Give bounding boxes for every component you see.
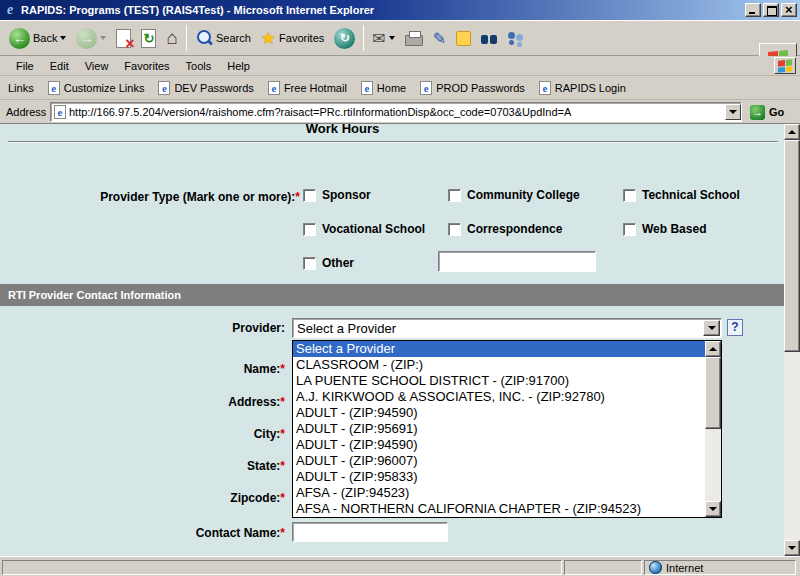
- scroll-up-button[interactable]: [705, 341, 721, 357]
- menu-favorites[interactable]: Favorites: [116, 58, 177, 74]
- sponsor-checkbox[interactable]: [303, 189, 316, 202]
- history-button[interactable]: [329, 23, 360, 53]
- community-college-checkbox[interactable]: [448, 189, 461, 202]
- ie-logo-icon: e: [3, 3, 17, 17]
- ie-page-icon: [361, 81, 373, 95]
- messenger-button[interactable]: [502, 23, 530, 53]
- provider-select-dropdown-button[interactable]: [703, 320, 720, 336]
- checkbox-label: Technical School: [642, 188, 740, 202]
- other-checkbox[interactable]: [303, 257, 316, 270]
- page-scrollbar[interactable]: [784, 124, 800, 556]
- home-button[interactable]: [161, 23, 182, 53]
- checkbox-technical-school[interactable]: Technical School: [623, 188, 740, 202]
- dropdown-option[interactable]: ADULT - (ZIP:94590): [293, 405, 721, 421]
- windows-flag-icon: [778, 59, 792, 72]
- correspondence-checkbox[interactable]: [448, 223, 461, 236]
- dropdown-option[interactable]: ADULT - (ZIP:94590): [293, 437, 721, 453]
- menu-view[interactable]: View: [77, 58, 117, 74]
- ie-page-icon: [268, 81, 280, 95]
- go-button[interactable]: Go: [746, 102, 796, 122]
- required-marker: *: [280, 491, 285, 505]
- label-text: Contact Name:: [196, 526, 281, 540]
- favorites-button[interactable]: Favorites: [256, 23, 330, 53]
- checkbox-web-based[interactable]: Web Based: [623, 222, 706, 236]
- dropdown-option[interactable]: LA PUENTE SCHOOL DISTRICT - (ZIP:91700): [293, 373, 721, 389]
- dropdown-option[interactable]: AFSA - (ZIP:94523): [293, 485, 721, 501]
- dropdown-option[interactable]: CLASSROOM - (ZIP:): [293, 357, 721, 373]
- ie-page-icon: [539, 81, 551, 95]
- technical-school-checkbox[interactable]: [623, 189, 636, 202]
- maximize-button[interactable]: [763, 3, 779, 17]
- state-field-label: State:*: [0, 459, 285, 473]
- scrollbar-thumb[interactable]: [705, 357, 721, 429]
- refresh-button[interactable]: [136, 23, 161, 53]
- refresh-icon: [141, 29, 156, 48]
- search-icon: [195, 29, 213, 47]
- dropdown-option[interactable]: AFSA - NORTHERN CALIFORNIA CHAPTER - (ZI…: [293, 501, 721, 517]
- provider-select[interactable]: Select a Provider: [292, 318, 722, 338]
- discuss-button[interactable]: [451, 23, 476, 53]
- forward-dropdown-icon[interactable]: [100, 36, 106, 43]
- label-text: City:: [254, 427, 281, 441]
- menu-edit[interactable]: Edit: [42, 58, 77, 74]
- forward-button[interactable]: [71, 23, 111, 53]
- close-button[interactable]: [781, 3, 797, 17]
- checkbox-label: Other: [322, 256, 354, 270]
- dropdown-option[interactable]: ADULT - (ZIP:95691): [293, 421, 721, 437]
- menu-file[interactable]: File: [8, 58, 42, 74]
- dropdown-option[interactable]: A.J. KIRKWOOD & ASSOCIATES, INC. - (ZIP:…: [293, 389, 721, 405]
- checkbox-community-college[interactable]: Community College: [448, 188, 580, 202]
- search-button[interactable]: Search: [190, 23, 256, 53]
- arrow-down-icon: [709, 507, 717, 515]
- checkbox-other[interactable]: Other: [303, 256, 354, 270]
- print-button[interactable]: [400, 23, 428, 53]
- edit-button[interactable]: [428, 23, 451, 53]
- address-input[interactable]: [69, 104, 722, 120]
- link-customize-links[interactable]: Customize Links: [48, 81, 145, 95]
- zipcode-field-label: Zipcode:*: [0, 491, 285, 505]
- links-bar-label: Links: [8, 82, 34, 94]
- checkbox-label: Sponsor: [322, 188, 371, 202]
- other-provider-input[interactable]: [438, 251, 596, 272]
- web-based-checkbox[interactable]: [623, 223, 636, 236]
- checkbox-correspondence[interactable]: Correspondence: [448, 222, 562, 236]
- link-home[interactable]: Home: [361, 81, 406, 95]
- status-progress-panel: [564, 560, 642, 575]
- scrollbar-thumb[interactable]: [784, 140, 800, 352]
- scroll-down-button[interactable]: [784, 540, 800, 556]
- contact-name-input[interactable]: [292, 522, 448, 542]
- checkbox-label: Community College: [467, 188, 580, 202]
- scroll-down-button[interactable]: [705, 501, 721, 517]
- dropdown-option[interactable]: ADULT - (ZIP:95833): [293, 469, 721, 485]
- print-icon: [405, 35, 423, 46]
- link-label: PROD Passwords: [436, 82, 525, 94]
- link-rapids-login[interactable]: RAPIDS Login: [539, 81, 626, 95]
- favorites-star-icon: [261, 28, 276, 49]
- stop-button[interactable]: [111, 23, 136, 53]
- toolbar-separator: [363, 25, 364, 51]
- back-dropdown-icon[interactable]: [60, 36, 66, 43]
- mail-dropdown-icon[interactable]: [389, 36, 395, 43]
- provider-dropdown-list: Select a Provider CLASSROOM - (ZIP:) LA …: [292, 340, 722, 518]
- zone-label: Internet: [666, 562, 703, 574]
- research-button[interactable]: [476, 23, 502, 53]
- link-prod-passwords[interactable]: PROD Passwords: [420, 81, 525, 95]
- menu-help[interactable]: Help: [219, 58, 258, 74]
- dropdown-option[interactable]: Select a Provider: [293, 341, 721, 357]
- checkbox-vocational-school[interactable]: Vocational School: [303, 222, 425, 236]
- back-icon: [9, 28, 30, 49]
- mail-button[interactable]: [367, 23, 399, 53]
- address-dropdown-button[interactable]: [725, 104, 741, 120]
- back-button[interactable]: Back: [4, 23, 71, 53]
- scroll-up-button[interactable]: [784, 124, 800, 140]
- vocational-school-checkbox[interactable]: [303, 223, 316, 236]
- menu-tools[interactable]: Tools: [178, 58, 220, 74]
- help-button[interactable]: ?: [727, 319, 743, 336]
- dropdown-scrollbar[interactable]: [705, 341, 721, 517]
- checkbox-sponsor[interactable]: Sponsor: [303, 188, 371, 202]
- minimize-button[interactable]: [745, 3, 761, 17]
- link-free-hotmail[interactable]: Free Hotmail: [268, 81, 347, 95]
- link-dev-passwords[interactable]: DEV Passwords: [158, 81, 253, 95]
- dropdown-option[interactable]: ADULT - (ZIP:96007): [293, 453, 721, 469]
- home-icon: [166, 28, 177, 48]
